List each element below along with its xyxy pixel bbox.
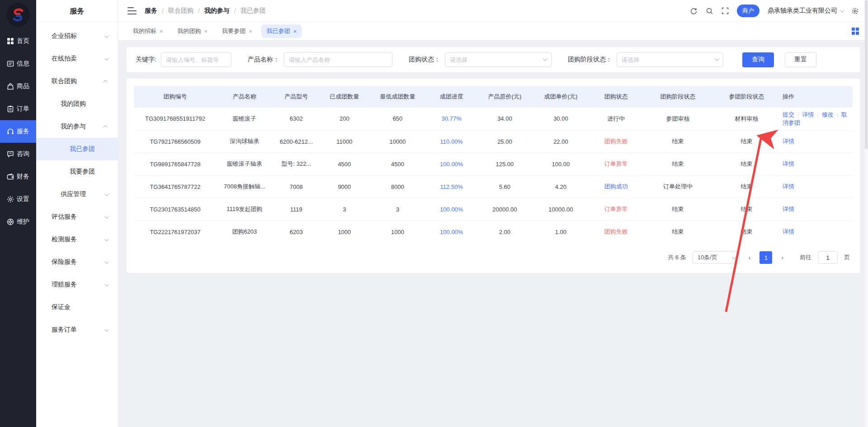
collapse-sidebar-icon[interactable]: [127, 7, 137, 14]
stage-status-select[interactable]: [617, 52, 723, 67]
cell-stage-status: 订单处理中: [643, 175, 712, 198]
detail-link[interactable]: 详情: [783, 228, 794, 235]
sidebar-item-deposit[interactable]: 保证金: [36, 296, 118, 319]
close-icon[interactable]: ×: [204, 28, 208, 35]
cell-product-name: 7008角接触轴...: [217, 175, 273, 198]
sidebar-item-my-participation[interactable]: 我的参与: [36, 115, 118, 138]
cell-product-model: 6302: [273, 108, 320, 130]
col-group-status: 团购状态: [589, 86, 643, 108]
rail-item-finance[interactable]: 财务: [0, 165, 36, 188]
detail-link[interactable]: 详情: [783, 160, 794, 167]
rail-label: 财务: [17, 173, 29, 181]
rail-item-home[interactable]: 首页: [0, 30, 36, 52]
secondary-sidebar: 服务 企业招标 在线拍卖 联合团购 我的团购 我的参与 我已参团 我要参团 供应…: [36, 0, 118, 427]
edit-link[interactable]: 修改: [822, 111, 834, 118]
page-size-select[interactable]: [693, 251, 740, 264]
detail-link[interactable]: 详情: [783, 206, 794, 212]
sidebar-item-claims-service[interactable]: 理赔服务: [36, 273, 118, 296]
rail-item-settings[interactable]: 设置: [0, 188, 36, 211]
breadcrumb-item[interactable]: 联合团购: [168, 7, 193, 15]
detail-link[interactable]: 详情: [783, 138, 794, 145]
cell-product-model: 7008: [273, 175, 320, 198]
cell-progress: 100.00%: [426, 198, 476, 221]
sidebar-item-insurance-service[interactable]: 保险服务: [36, 251, 118, 273]
rail-item-maintenance[interactable]: 维护: [0, 211, 36, 233]
tab-my-bidding[interactable]: 我的招标×: [127, 24, 169, 38]
cell-stage-status: 结束: [643, 153, 712, 175]
sidebar-item-evaluation-service[interactable]: 评估服务: [36, 206, 118, 228]
sidebar-item-enterprise-bidding[interactable]: 企业招标: [36, 25, 118, 47]
product-name-label: 产品名称：: [248, 56, 279, 64]
sidebar-item-service-orders[interactable]: 服务订单: [36, 319, 118, 341]
cell-stage-status: 参团审核: [643, 108, 712, 130]
group-status-select[interactable]: [445, 52, 552, 67]
stage-status-label: 团购阶段状态：: [568, 56, 612, 64]
col-group-price: 成团单价(元): [533, 86, 589, 108]
cell-original-price: 125.00: [476, 153, 533, 175]
next-page-button[interactable]: ›: [778, 254, 786, 261]
cell-join-stage-status: 结束: [712, 130, 781, 153]
close-icon[interactable]: ×: [249, 28, 252, 35]
prev-page-button[interactable]: ‹: [746, 254, 754, 261]
breadcrumb-separator: /: [198, 7, 200, 14]
col-min-qty: 最低成团数量: [369, 86, 426, 108]
rail-label: 设置: [17, 195, 29, 203]
cell-product-model: 型号: 322...: [273, 153, 320, 175]
sidebar-item-joined-groups[interactable]: 我已参团: [36, 138, 118, 160]
rail-item-services[interactable]: 服务: [0, 120, 36, 143]
cell-product-name: 深沟球轴承: [217, 130, 273, 153]
tab-my-groupbuy[interactable]: 我的团购×: [172, 24, 213, 38]
cell-original-price: 20000.00: [476, 198, 533, 221]
submit-link[interactable]: 提交: [783, 111, 794, 118]
cell-join-stage-status: 结束: [712, 175, 781, 198]
cell-joined-qty: 200: [320, 108, 369, 130]
total-count: 共 6 条: [668, 253, 686, 262]
rail-item-consult[interactable]: 咨询: [0, 143, 36, 165]
tab-want-to-join[interactable]: 我要参团×: [217, 24, 258, 38]
product-name-input[interactable]: [284, 52, 392, 67]
keyword-input[interactable]: [161, 52, 231, 67]
close-icon[interactable]: ×: [293, 28, 297, 35]
tab-layout-grid-icon[interactable]: [852, 28, 859, 35]
cell-product-name: 圆锥滚子: [217, 108, 273, 130]
search-icon[interactable]: [706, 7, 713, 15]
sidebar-item-want-to-join[interactable]: 我要参团: [36, 160, 118, 183]
group-status-label: 团购状态：: [409, 56, 440, 64]
close-icon[interactable]: ×: [160, 28, 163, 35]
col-group-id: 团购编号: [134, 86, 217, 108]
search-button[interactable]: 查询: [742, 52, 774, 67]
sidebar-item-online-auction[interactable]: 在线拍卖: [36, 47, 118, 70]
breadcrumb-item[interactable]: 我已参团: [241, 7, 266, 15]
page-number-button[interactable]: 1: [760, 251, 772, 264]
status-badge: 进行中: [589, 108, 643, 130]
cell-stage-status: 结束: [643, 221, 712, 243]
sidebar-item-supply-management[interactable]: 供应管理: [36, 183, 118, 206]
rail-item-orders[interactable]: 订单: [0, 98, 36, 120]
col-product-name: 产品名称: [217, 86, 273, 108]
tab-joined-groups[interactable]: 我已参团×: [261, 24, 302, 38]
service-headset-icon: [7, 128, 14, 135]
brand-s-icon: [10, 7, 26, 23]
company-account-menu[interactable]: 鼎承轴承类工业有限公司: [768, 7, 843, 15]
cell-joined-qty: 3: [320, 198, 369, 221]
cell-group-price: 10000.00: [533, 198, 589, 221]
cell-product-name: 团购6203: [217, 221, 273, 243]
reset-button[interactable]: 重置: [785, 52, 816, 67]
fullscreen-icon[interactable]: [722, 7, 729, 14]
scrollbar-thumb[interactable]: [865, 0, 868, 149]
detail-link[interactable]: 详情: [783, 183, 794, 190]
detail-link[interactable]: 详情: [802, 111, 814, 118]
merchant-role-badge[interactable]: 商户: [737, 5, 760, 17]
brand-logo[interactable]: [6, 3, 30, 27]
table-row: TG3641765787722 7008角接触轴... 7008 9000 80…: [134, 175, 853, 198]
sidebar-item-joint-groupbuy[interactable]: 联合团购: [36, 70, 118, 93]
rail-item-goods[interactable]: 商品: [0, 75, 36, 98]
rail-item-messages[interactable]: 信息: [0, 52, 36, 75]
refresh-icon[interactable]: [690, 7, 698, 15]
sidebar-item-inspection-service[interactable]: 检测服务: [36, 228, 118, 251]
goto-page-input[interactable]: [818, 251, 838, 264]
sidebar-item-my-groupbuy[interactable]: 我的团购: [36, 93, 118, 115]
vertical-scrollbar[interactable]: [864, 0, 868, 427]
gear-icon[interactable]: [851, 7, 859, 15]
rail-label: 服务: [17, 127, 29, 136]
